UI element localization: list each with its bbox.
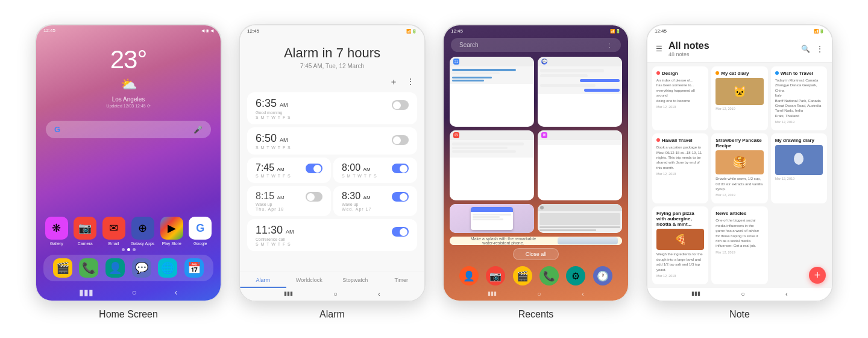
alarm-item-650[interactable]: 6:50 AM S M T W T F S	[247, 127, 417, 155]
note-news-date: Mar 12, 2019	[715, 250, 763, 254]
recents-home-btn[interactable]: ○	[537, 290, 541, 298]
note-card-hawaii[interactable]: Hawaii Travel Book a vacation package to…	[652, 133, 708, 203]
alarm-time-635: 6:35 AM	[256, 97, 288, 110]
alarm-time-650: 6:50 AM	[256, 132, 288, 145]
note-pizza-text: Weigh the ingredients for the dough into…	[656, 252, 704, 272]
alarm-note-1130: Conference call	[256, 237, 409, 241]
note-card-pizza[interactable]: Frying pan pizza with aubergine, ricotta…	[652, 206, 708, 284]
recents-card-messages[interactable]: 💬	[538, 57, 622, 127]
alarm-note-635: Good morning	[256, 110, 409, 115]
note-recents-btn[interactable]: ▮▮▮	[691, 290, 700, 298]
recents-back-btn[interactable]: ‹	[582, 290, 584, 298]
recents-settings-icon[interactable]: ⚙	[566, 266, 585, 285]
alarm-item-815[interactable]: 8:15 AM Wake up Thu, Apr 18	[247, 186, 331, 216]
alarm-toggle-830[interactable]	[392, 192, 409, 202]
note-card-cat[interactable]: My cat diary 🐱 Mar 12, 2019	[711, 66, 767, 130]
alarm-note-815: Wake up	[256, 202, 322, 206]
note-card-news[interactable]: News articles One of the biggest social …	[711, 206, 767, 284]
note-drawing-title: My drawing diary	[775, 138, 823, 143]
note-card-design[interactable]: Design An index of please of...has been …	[652, 66, 708, 130]
note-travel-text: Today in Montreal, CanadaZhangye Danxia …	[775, 78, 823, 118]
alarm-item-1130[interactable]: 11:30 AM Conference call S M T W T F S	[247, 219, 417, 251]
alarm-back-btn[interactable]: ‹	[378, 290, 380, 298]
email-app[interactable]: ✉ Email	[102, 217, 125, 246]
google-app[interactable]: G Google	[189, 217, 212, 246]
alarm-toggle-1130[interactable]	[392, 227, 409, 237]
note-home-btn[interactable]: ○	[741, 290, 745, 298]
note-design-date: Mar 12, 2019	[656, 105, 704, 109]
alarm-nav-bar: ▮▮▮ ○ ‹	[240, 288, 424, 301]
recents-search-more-icon[interactable]: ⋮	[606, 42, 612, 48]
note-card-pancake[interactable]: Strawberry Pancake Recipe 🥞 Drizzle whil…	[711, 133, 767, 203]
note-card-travel[interactable]: Wish to Travel Today in Montreal, Canada…	[771, 66, 827, 130]
alarm-item-635[interactable]: 6:35 AM Good morning S M T W T F S	[247, 92, 417, 124]
dock-contacts-icon[interactable]: 👤	[105, 258, 125, 278]
recents-search-bar[interactable]: Search ⋮	[451, 38, 621, 52]
close-all-button-area[interactable]: Close all	[444, 247, 628, 260]
card-header-email: ✉	[450, 130, 534, 140]
recents-camera-icon[interactable]: 📷	[486, 266, 505, 285]
alarm-tab-alarm[interactable]: Alarm	[240, 272, 286, 288]
back-nav-btn[interactable]: ‹	[175, 287, 178, 297]
alarm-recents-btn[interactable]: ▮▮▮	[284, 290, 293, 298]
home-search-bar[interactable]: G 🎤	[46, 121, 211, 138]
dock-phone-icon[interactable]: 📞	[79, 258, 98, 278]
home-nav-btn[interactable]: ○	[131, 287, 136, 297]
recents-screen-label: Recents	[518, 309, 554, 320]
note-card-drawing[interactable]: My drawing diary Mar 12, 2019	[771, 133, 827, 203]
gallery-app[interactable]: ❋ Gallery	[45, 217, 68, 246]
alarm-tab-stopwatch[interactable]: Stopwatch	[332, 272, 379, 288]
recents-video-icon[interactable]: 🎬	[513, 266, 532, 285]
alarm-tab-timer[interactable]: Timer	[379, 272, 425, 288]
recents-clock-icon[interactable]: 🕐	[593, 266, 612, 285]
dock-messages-icon[interactable]: 💬	[132, 258, 151, 278]
alarm-toggle-635[interactable]	[392, 100, 409, 110]
note-hawaii-title: Hawaii Travel	[656, 138, 704, 143]
recents-nav-btn[interactable]: ▮▮▮	[79, 287, 93, 297]
alarm-tab-worldclock[interactable]: Worldclock	[286, 272, 333, 288]
add-alarm-icon[interactable]: ＋	[389, 77, 398, 88]
recents-card-phone[interactable]	[450, 204, 534, 233]
alarm-item-800[interactable]: 8:00 AM S M T W T F S	[333, 158, 417, 183]
close-all-button[interactable]: Close all	[513, 248, 559, 260]
card-header-messages: 💬	[538, 57, 622, 66]
alarm-toggle-800[interactable]	[392, 164, 409, 173]
recents-card-calendar[interactable]: 31	[450, 57, 534, 127]
recents-card-notes[interactable]: Make a splash with the remarkablewater-r…	[450, 237, 622, 245]
alarm-toggle-745[interactable]	[306, 164, 322, 173]
galaxy-apps-app[interactable]: ⊕ Galaxy Apps	[131, 217, 154, 246]
email-icon: ✉	[102, 217, 125, 240]
note-more-icon[interactable]: ⋮	[816, 45, 823, 53]
dock-calendar-icon[interactable]: 📅	[184, 258, 204, 278]
note-back-btn[interactable]: ‹	[785, 290, 788, 298]
recents-card-email[interactable]: ✉	[450, 130, 534, 200]
alarm-status-bar: 12:45 📶🔋	[240, 25, 424, 36]
dock-browser-icon[interactable]: 🌐	[158, 258, 177, 278]
play-store-app[interactable]: ▶ Play Store	[160, 217, 183, 246]
home-updated: Updated 12/03 12:45 ⟳	[106, 104, 150, 109]
alarm-home-btn[interactable]: ○	[333, 290, 338, 298]
alarm-more-icon[interactable]: ⋮	[406, 77, 415, 88]
note-hawaii-date: Mar 12, 2019	[656, 172, 704, 176]
recents-phone-icon[interactable]: 📞	[539, 266, 559, 285]
card-header-calendar: 31	[450, 57, 534, 66]
note-fab-button[interactable]: +	[809, 267, 826, 284]
recents-contacts-icon[interactable]: 👤	[459, 266, 479, 285]
recents-card-gallery[interactable]: ❋	[538, 130, 622, 200]
gallery-icon: ❋	[45, 217, 68, 240]
camera-app[interactable]: 📷 Camera	[74, 217, 96, 246]
alarm-item-745[interactable]: 7:45 AM S M T W T F S	[247, 158, 331, 183]
home-status-icons: ◀ ◉ ◀	[201, 28, 213, 33]
note-news-text: One of the biggest social media influenc…	[715, 218, 763, 248]
hamburger-icon[interactable]: ☰	[656, 45, 662, 53]
alarm-item-830[interactable]: 8:30 AM Wake up Wed, Apr 17	[333, 186, 417, 216]
note-news-title: News articles	[715, 211, 763, 216]
alarm-toggle-815[interactable]	[306, 192, 322, 202]
recents-recents-btn[interactable]: ▮▮▮	[488, 290, 497, 298]
note-header-icons: 🔍 ⋮	[801, 45, 823, 53]
recents-card-browser[interactable]	[538, 204, 622, 233]
note-cat-date: Mar 12, 2019	[715, 107, 763, 110]
dock-video-icon[interactable]: 🎬	[53, 258, 72, 278]
note-search-icon[interactable]: 🔍	[801, 45, 810, 53]
alarm-toggle-650[interactable]	[392, 135, 409, 145]
